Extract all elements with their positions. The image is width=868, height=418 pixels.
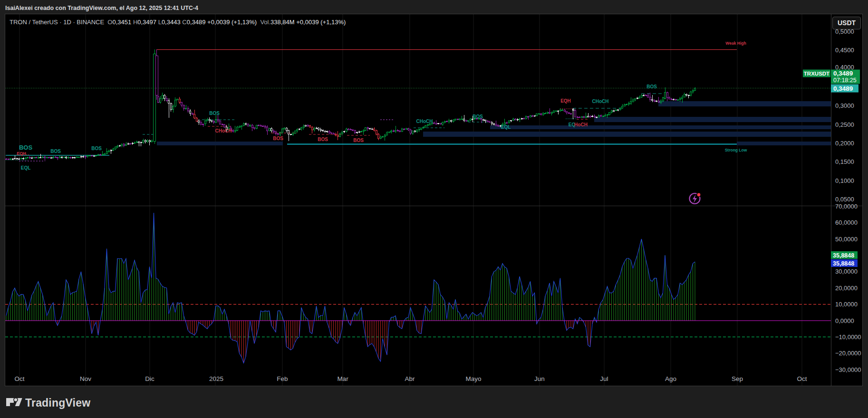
svg-text:BOS: BOS	[646, 84, 657, 89]
svg-text:EQL: EQL	[501, 124, 511, 130]
svg-text:30,0000: 30,0000	[835, 268, 858, 275]
svg-text:BOS: BOS	[318, 137, 328, 142]
svg-text:BOS: BOS	[19, 144, 33, 151]
svg-text:Weak High: Weak High	[725, 41, 746, 46]
svg-text:Strong Low: Strong Low	[725, 148, 747, 152]
svg-text:CHoCH: CHoCH	[215, 128, 232, 133]
svg-text:20,0000: 20,0000	[835, 285, 858, 292]
svg-text:TRXUSDT: TRXUSDT	[804, 71, 829, 76]
svg-text:Nov: Nov	[80, 375, 91, 382]
svg-text:BOS: BOS	[209, 111, 220, 116]
svg-text:0,1000: 0,1000	[835, 177, 854, 184]
svg-text:BOS: BOS	[273, 136, 283, 141]
svg-text:0,0000: 0,0000	[835, 317, 854, 324]
svg-text:Jul: Jul	[600, 375, 608, 382]
svg-text:EQH: EQH	[560, 98, 571, 104]
svg-text:BOS: BOS	[50, 149, 61, 154]
svg-text:2025: 2025	[209, 375, 223, 382]
svg-text:0,4500: 0,4500	[835, 47, 854, 54]
svg-text:Oct: Oct	[797, 375, 807, 382]
svg-text:Mayo: Mayo	[465, 375, 481, 382]
svg-text:Ago: Ago	[665, 375, 676, 382]
svg-text:−10,0000: −10,0000	[835, 333, 861, 341]
svg-text:CHoCH: CHoCH	[592, 99, 609, 104]
svg-text:EQH: EQH	[17, 151, 26, 156]
svg-text:Jun: Jun	[534, 375, 545, 382]
svg-text:−30,0000: −30,0000	[835, 366, 861, 373]
svg-text:Mar: Mar	[337, 375, 348, 382]
svg-text:0,0500: 0,0500	[835, 196, 854, 203]
svg-text:CHoCH: CHoCH	[416, 119, 433, 124]
svg-text:60,0000: 60,0000	[835, 219, 858, 226]
svg-text:0,3489: 0,3489	[833, 85, 853, 92]
svg-text:07:18:25: 07:18:25	[833, 77, 857, 84]
svg-text:0,2000: 0,2000	[835, 140, 854, 147]
svg-text:Sep: Sep	[732, 375, 743, 382]
svg-text:BOS: BOS	[473, 114, 483, 119]
svg-text:EQL: EQL	[21, 165, 31, 171]
svg-text:Feb: Feb	[277, 375, 288, 382]
svg-text:0,1500: 0,1500	[835, 158, 854, 165]
svg-text:TRON / TetherUS · 1D · BINANCE: TRON / TetherUS · 1D · BINANCE O0,3451 H…	[10, 19, 346, 26]
svg-text:35,8848: 35,8848	[833, 260, 854, 267]
svg-text:TradingView: TradingView	[25, 397, 90, 409]
svg-text:BOS: BOS	[91, 146, 102, 151]
svg-text:0,2500: 0,2500	[835, 121, 854, 128]
svg-text:Oct: Oct	[14, 375, 24, 382]
svg-text:BOS: BOS	[353, 138, 364, 143]
svg-text:0,3489: 0,3489	[833, 70, 853, 77]
svg-text:70,0000: 70,0000	[835, 203, 858, 210]
svg-text:Abr: Abr	[405, 375, 415, 382]
svg-text:−20,0000: −20,0000	[835, 350, 861, 357]
svg-text:50,0000: 50,0000	[835, 236, 858, 243]
svg-text:HoCH: HoCH	[574, 122, 588, 127]
svg-text:USDT: USDT	[838, 19, 856, 27]
svg-text:35,8848: 35,8848	[833, 252, 854, 259]
svg-text:10,0000: 10,0000	[835, 301, 858, 308]
svg-text:Dic: Dic	[145, 375, 154, 382]
svg-text:IsaiAlexei creado con TradingV: IsaiAlexei creado con TradingView.com, e…	[5, 5, 198, 11]
svg-text:0,3000: 0,3000	[835, 102, 854, 109]
